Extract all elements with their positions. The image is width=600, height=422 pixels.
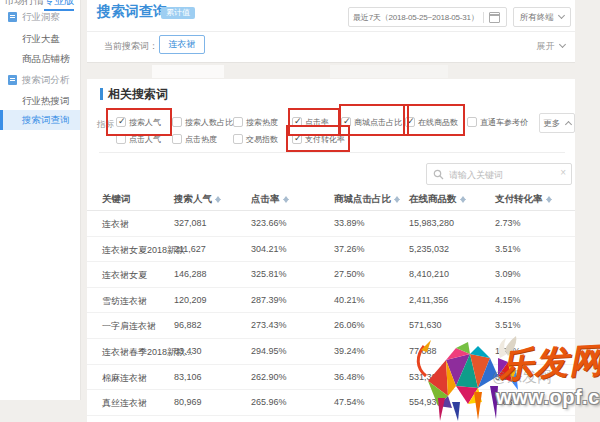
value-cell: 327,081 — [174, 218, 207, 228]
keyword-search-box: × — [426, 163, 572, 185]
value-cell: 146,288 — [174, 269, 207, 279]
filter-label: 支付转化率 — [305, 134, 345, 145]
cumulative-badge: 累计值 — [161, 7, 195, 19]
value-cell: 273.43% — [251, 320, 287, 330]
watermark-site-name: 乐发网 — [498, 337, 600, 388]
keyword-search-input[interactable] — [447, 165, 559, 185]
filter-mall-click-ratio[interactable]: 商城点击占比 — [341, 115, 402, 129]
filter-click-popularity[interactable]: 点击人气 — [116, 132, 161, 146]
checkbox-icon[interactable] — [292, 134, 302, 144]
sidebar-item-search-term-analysis[interactable]: 搜索词分析 — [0, 70, 80, 90]
value-cell: 37.26% — [334, 244, 365, 254]
sort-icon[interactable] — [215, 193, 221, 203]
keyword-link[interactable]: 雪纺连衣裙 — [102, 295, 147, 308]
value-cell: 211,627 — [174, 244, 206, 254]
value-cell: 47.54% — [334, 397, 365, 407]
more-label: 更多 — [543, 118, 560, 128]
checkbox-icon[interactable] — [172, 117, 182, 127]
sidebar-item-industry-insight[interactable]: 行业洞察 — [0, 7, 80, 27]
filter-pay-conversion[interactable]: 支付转化率 — [292, 132, 345, 146]
sidebar: 市场行情 专业版 行业洞察 行业大盘 商品店铺榜 搜索词分析 行业热搜词 搜索词… — [0, 0, 81, 400]
terminal-dropdown[interactable]: 所有终端 — [513, 7, 571, 27]
filter-label: 商城点击占比 — [354, 117, 402, 128]
checkbox-icon[interactable] — [405, 117, 415, 127]
keyword-link[interactable]: 连衣裙女夏2018新款 — [102, 244, 185, 257]
checkbox-icon[interactable] — [341, 117, 351, 127]
panel-gap-block — [152, 65, 224, 78]
keyword-link[interactable]: 棉麻连衣裙 — [102, 372, 147, 385]
value-cell: 4.15% — [495, 295, 521, 305]
sidebar-item-label: 行业洞察 — [22, 11, 60, 22]
keyword-link[interactable]: 一字肩连衣裙 — [102, 320, 156, 333]
sidebar-item-industry-hot-words[interactable]: 行业热搜词 — [0, 91, 80, 111]
checkbox-icon[interactable] — [233, 134, 243, 144]
sort-icon[interactable] — [394, 193, 400, 203]
value-cell: 40.21% — [334, 295, 365, 305]
calendar-icon-wrap[interactable] — [483, 12, 502, 23]
more-button[interactable]: 更多 — [539, 113, 575, 133]
checkbox-icon[interactable] — [467, 117, 477, 127]
value-cell: 120,209 — [174, 295, 207, 305]
filter-label: 点击热度 — [185, 134, 217, 145]
value-cell: 3.51% — [495, 320, 521, 330]
table-row: 连衣裙 327,081 323.66% 33.89% 15,983,280 2.… — [87, 211, 575, 237]
folder-icon — [8, 12, 17, 22]
column-header-mall-click-ratio: 商城点击占比 — [334, 193, 400, 206]
filter-click-heat[interactable]: 点击热度 — [172, 132, 217, 146]
keyword-link[interactable]: 连衣裙女夏 — [102, 269, 147, 282]
sidebar-item-label: 行业大盘 — [22, 33, 60, 44]
filter-ctr[interactable]: 点击率 — [292, 115, 329, 129]
checkbox-icon[interactable] — [116, 117, 126, 127]
value-cell: 323.66% — [251, 218, 287, 228]
expand-link[interactable]: 展开 — [536, 40, 565, 53]
date-range-picker[interactable]: 最近7天（2018-05-25~2018-05-31） — [348, 7, 507, 27]
value-cell: 96,882 — [174, 320, 202, 330]
filter-searcher-ratio[interactable]: 搜索人数占比 — [172, 115, 233, 129]
sort-icon[interactable] — [546, 193, 552, 203]
sidebar-item-product-shop-rank[interactable]: 商品店铺榜 — [0, 49, 80, 69]
filter-trade-index[interactable]: 交易指数 — [233, 132, 278, 146]
value-cell: 83,106 — [174, 372, 202, 382]
sort-icon[interactable] — [283, 193, 289, 203]
value-cell: 33.89% — [334, 218, 365, 228]
column-header-pay-conversion: 支付转化率 — [495, 193, 552, 206]
column-header-keyword: 关键词 — [102, 193, 131, 206]
table-row: 雪纺连衣裙 120,209 287.39% 40.21% 2,411,356 4… — [87, 288, 575, 314]
value-cell: 27.50% — [334, 269, 365, 279]
value-cell: 80,969 — [174, 397, 202, 407]
filter-ztc-ref-price[interactable]: 直通车参考价 — [467, 115, 528, 129]
sort-icon[interactable] — [460, 193, 466, 203]
value-cell: 2,411,356 — [409, 295, 448, 305]
checkbox-icon[interactable] — [233, 117, 243, 127]
filter-search-heat[interactable]: 搜索热度 — [233, 115, 278, 129]
expand-label: 展开 — [536, 41, 554, 51]
value-cell: 39.24% — [334, 346, 365, 356]
checkbox-icon[interactable] — [172, 134, 182, 144]
keyword-link[interactable]: 真丝连衣裙 — [102, 397, 147, 410]
section-title: 相关搜索词 — [108, 86, 168, 103]
sidebar-item-label: 商品店铺榜 — [22, 53, 70, 64]
value-cell: 287.39% — [251, 295, 287, 305]
checkbox-icon[interactable] — [292, 117, 302, 127]
filter-label: 搜索人气 — [129, 117, 161, 128]
keyword-cell: 连衣裙 — [102, 218, 129, 231]
clear-icon[interactable]: × — [560, 167, 566, 178]
filter-search-popularity[interactable]: 搜索人气 — [116, 115, 161, 129]
column-header-search-popularity: 搜索人气 — [174, 193, 221, 206]
filter-label: 搜索人数占比 — [185, 117, 233, 128]
value-cell: 265.96% — [251, 397, 287, 407]
filter-label: 点击率 — [305, 117, 329, 128]
sidebar-item-search-term-query[interactable]: 搜索词查询 — [0, 110, 80, 130]
checkbox-icon[interactable] — [116, 134, 126, 144]
sidebar-item-industry-board[interactable]: 行业大盘 — [0, 29, 80, 49]
value-cell: 294.95% — [251, 346, 287, 356]
filter-label: 交易指数 — [246, 134, 278, 145]
filter-label: 在线商品数 — [418, 117, 458, 128]
value-cell: 36.48% — [334, 372, 365, 382]
current-keyword-chip[interactable]: 连衣裙 — [159, 35, 205, 54]
filter-label: 搜索热度 — [246, 117, 278, 128]
value-cell: 26.06% — [334, 320, 365, 330]
filter-online-items[interactable]: 在线商品数 — [405, 115, 458, 129]
current-keyword-label: 当前搜索词： — [104, 40, 158, 53]
value-cell: 83,430 — [174, 346, 202, 356]
